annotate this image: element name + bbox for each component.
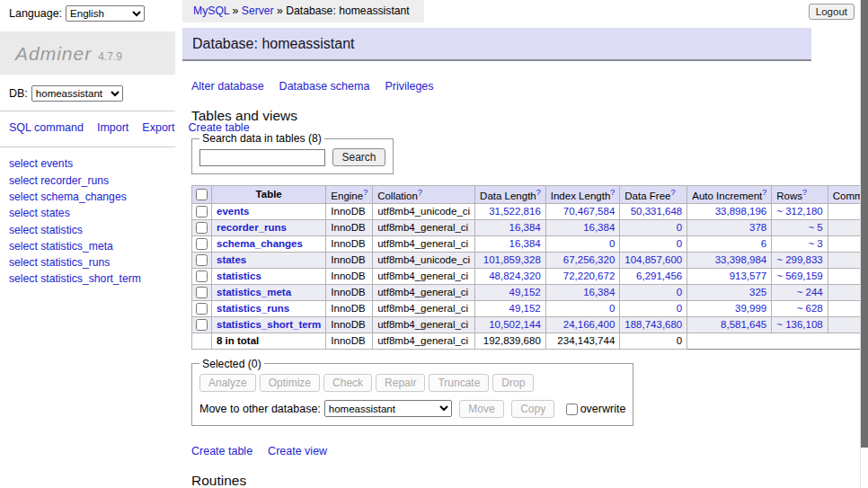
sidebar-link-export[interactable]: Export — [142, 121, 174, 134]
data-free-link[interactable]: 188,743,680 — [624, 319, 682, 330]
data-free-link[interactable]: 104,857,600 — [624, 254, 682, 265]
rows-link[interactable]: ~ 299,833 — [776, 254, 822, 265]
help-link[interactable]: ? — [762, 188, 766, 197]
auto-increment-link[interactable]: 33,398,984 — [715, 254, 767, 265]
auto-increment-link[interactable]: 39,999 — [735, 303, 766, 314]
help-link[interactable]: ? — [610, 188, 615, 197]
truncate-button[interactable]: Truncate — [429, 374, 489, 392]
sidebar-item-select-recorder-runs[interactable]: select recorder_runs — [9, 174, 109, 187]
index-length-link[interactable]: 16,384 — [583, 287, 615, 297]
index-length-link[interactable]: 70,467,584 — [563, 206, 616, 217]
row-checkbox[interactable] — [196, 238, 208, 250]
sidebar-item-select-schema-changes[interactable]: select schema_changes — [9, 191, 127, 203]
rows-link[interactable]: ~ 3 — [808, 238, 822, 249]
repair-button[interactable]: Repair — [376, 374, 425, 392]
data-free-link[interactable]: 0 — [677, 222, 682, 233]
create-table-link[interactable]: Create table — [191, 445, 252, 457]
alter-database-link[interactable]: Alter database — [191, 80, 264, 93]
data-length-link[interactable]: 48,824,320 — [489, 271, 541, 281]
data-length-link[interactable]: 31,522,816 — [489, 206, 541, 217]
breadcrumb-item-server[interactable]: Server — [242, 4, 274, 17]
index-length-link[interactable]: 72,220,672 — [563, 271, 616, 281]
scrollbar-thumb[interactable] — [861, 0, 868, 448]
check-button[interactable]: Check — [323, 374, 372, 392]
optimize-button[interactable]: Optimize — [260, 374, 320, 392]
vertical-scrollbar[interactable] — [860, 0, 868, 488]
table-link-statistics[interactable]: statistics — [217, 271, 261, 281]
sidebar-item-select-statistics-runs[interactable]: select statistics_runs — [9, 256, 110, 269]
data-free-link[interactable]: 50,331,648 — [631, 206, 683, 217]
row-checkbox[interactable] — [196, 254, 208, 266]
table-link-statistics-short-term[interactable]: statistics_short_term — [217, 319, 321, 330]
breadcrumb-item-mysql[interactable]: MySQL — [193, 4, 229, 17]
sidebar-item-select-statistics[interactable]: select statistics — [9, 224, 83, 236]
select-all-checkbox[interactable] — [196, 189, 208, 200]
sidebar-item-select-states[interactable]: select states — [9, 207, 70, 219]
row-checkbox[interactable] — [196, 287, 208, 298]
table-link-statistics-meta[interactable]: statistics_meta — [217, 287, 291, 297]
help-link[interactable]: ? — [536, 188, 541, 197]
auto-increment-link[interactable]: 913,577 — [730, 271, 767, 281]
drop-button[interactable]: Drop — [492, 374, 534, 392]
rows-link[interactable]: ~ 312,180 — [776, 206, 822, 217]
data-length-link[interactable]: 101,859,328 — [483, 254, 541, 265]
table-link-events[interactable]: events — [217, 206, 249, 217]
sidebar-link-sql-command[interactable]: SQL command — [9, 121, 84, 134]
row-checkbox[interactable] — [196, 206, 208, 217]
index-length-link[interactable]: 0 — [609, 303, 615, 314]
table-link-statistics-runs[interactable]: statistics_runs — [217, 303, 289, 314]
data-length-link[interactable]: 49,152 — [509, 303, 541, 314]
auto-increment-link[interactable]: 378 — [749, 222, 766, 233]
index-length-link[interactable]: 16,384 — [583, 222, 615, 233]
row-checkbox[interactable] — [196, 319, 208, 331]
auto-increment-link[interactable]: 33,898,196 — [715, 206, 767, 217]
help-link[interactable]: ? — [802, 188, 807, 197]
index-length-link[interactable]: 24,166,400 — [563, 319, 616, 330]
rows-link[interactable]: ~ 569,159 — [776, 271, 822, 281]
data-length-link[interactable]: 10,502,144 — [489, 319, 541, 330]
row-checkbox[interactable] — [196, 271, 208, 282]
database-schema-link[interactable]: Database schema — [279, 80, 370, 93]
auto-increment-link[interactable]: 8,581,645 — [721, 319, 766, 330]
privileges-link[interactable]: Privileges — [385, 80, 433, 93]
rows-link[interactable]: ~ 5 — [808, 222, 822, 233]
sidebar-item-select-events[interactable]: select events — [9, 157, 73, 170]
overwrite-checkbox[interactable] — [566, 404, 578, 415]
table-link-states[interactable]: states — [217, 254, 246, 265]
index-length-link[interactable]: 67,256,320 — [563, 254, 616, 265]
data-free-link[interactable]: 0 — [677, 303, 682, 314]
help-link[interactable]: ? — [363, 188, 368, 197]
move-db-select[interactable]: homeassistant — [324, 400, 452, 417]
sidebar-item-select-statistics-meta[interactable]: select statistics_meta — [9, 240, 113, 253]
search-input[interactable] — [199, 149, 325, 166]
copy-button[interactable]: Copy — [511, 400, 554, 418]
sidebar-link-import[interactable]: Import — [97, 121, 128, 134]
row-checkbox[interactable] — [196, 303, 208, 315]
auto-increment-link[interactable]: 325 — [749, 287, 766, 297]
index-length-link[interactable]: 0 — [609, 238, 615, 249]
auto-increment-link[interactable]: 6 — [761, 238, 766, 249]
data-length-link[interactable]: 16,384 — [509, 238, 541, 249]
analyze-button[interactable]: Analyze — [199, 374, 256, 392]
create-view-link[interactable]: Create view — [268, 445, 327, 457]
data-free-link[interactable]: 0 — [677, 287, 682, 297]
search-button[interactable]: Search — [332, 148, 385, 166]
table-link-schema-changes[interactable]: schema_changes — [217, 238, 303, 249]
data-free-link[interactable]: 6,291,456 — [636, 271, 682, 281]
rows-link[interactable]: ~ 244 — [797, 287, 823, 297]
logout-button[interactable]: Logout — [809, 4, 855, 20]
help-link[interactable]: ? — [670, 188, 675, 197]
rows-link[interactable]: ~ 628 — [797, 303, 823, 314]
data-length-cell: 16,384 — [475, 219, 546, 235]
help-link[interactable]: ? — [418, 188, 422, 197]
rows-link[interactable]: ~ 136,108 — [776, 319, 822, 330]
sidebar-item-select-statistics-short-term[interactable]: select statistics_short_term — [9, 272, 141, 285]
language-select[interactable]: English — [66, 5, 145, 22]
data-length-link[interactable]: 16,384 — [509, 222, 541, 233]
table-link-recorder-runs[interactable]: recorder_runs — [217, 222, 287, 233]
data-length-link[interactable]: 49,152 — [509, 287, 541, 297]
data-free-link[interactable]: 0 — [677, 238, 682, 249]
row-checkbox[interactable] — [196, 222, 208, 234]
db-select[interactable]: homeassistant — [31, 85, 123, 102]
move-button[interactable]: Move — [459, 400, 503, 418]
